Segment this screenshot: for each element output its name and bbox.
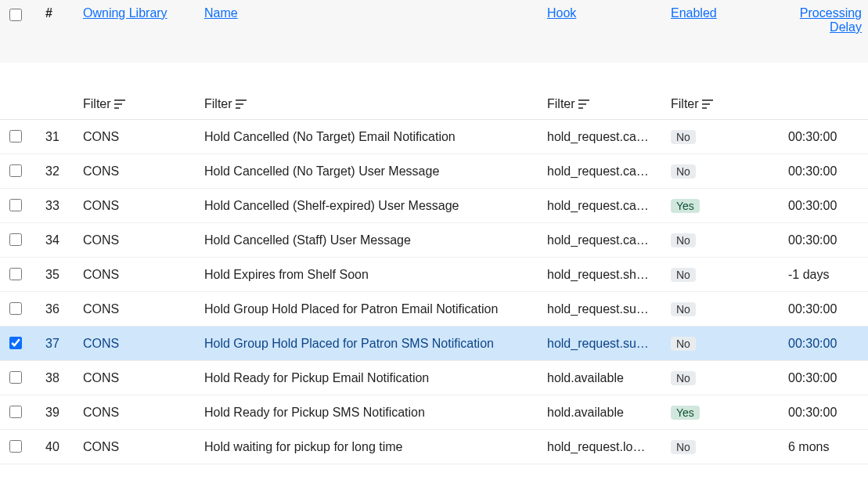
processing-delay-link[interactable]: Processing Delay xyxy=(788,6,862,34)
table-row[interactable]: 38CONSHold Ready for Pickup Email Notifi… xyxy=(0,361,868,395)
column-owning-library[interactable]: Owning Library xyxy=(77,0,198,63)
table-row[interactable]: 31CONSHold Cancelled (No Target) Email N… xyxy=(0,120,868,154)
filter-icon xyxy=(578,99,589,109)
enabled-no-badge: No xyxy=(671,233,696,247)
cell-hook: hold_request.lo… xyxy=(541,430,665,464)
triggers-table: # Owning Library Name Hook Enabled Proce… xyxy=(0,0,868,464)
cell-hook: hold.available xyxy=(541,395,665,430)
row-checkbox[interactable] xyxy=(9,164,22,177)
enabled-no-badge: No xyxy=(671,371,696,385)
filter-icon xyxy=(236,99,247,109)
cell-enabled: No xyxy=(665,292,782,327)
cell-processing-delay: 00:30:00 xyxy=(782,395,868,430)
cell-owning-library: CONS xyxy=(77,223,198,258)
table-row[interactable]: 39CONSHold Ready for Pickup SMS Notifica… xyxy=(0,395,868,430)
enabled-no-badge: No xyxy=(671,337,696,351)
cell-processing-delay: 00:30:00 xyxy=(782,361,868,395)
cell-owning-library: CONS xyxy=(77,292,198,327)
cell-owning-library: CONS xyxy=(77,395,198,430)
column-processing-delay[interactable]: Processing Delay xyxy=(782,0,868,63)
cell-enabled: Yes xyxy=(665,189,782,223)
cell-enabled: No xyxy=(665,258,782,292)
row-checkbox[interactable] xyxy=(9,406,22,418)
owning-library-link[interactable]: Owning Library xyxy=(83,6,167,20)
cell-processing-delay: 6 mons xyxy=(782,430,868,464)
cell-processing-delay: 00:30:00 xyxy=(782,292,868,327)
cell-hook: hold_request.ca… xyxy=(541,189,665,223)
select-all-checkbox[interactable] xyxy=(9,9,22,21)
cell-hook: hold_request.su… xyxy=(541,327,665,361)
row-number: 37 xyxy=(39,327,77,361)
cell-owning-library: CONS xyxy=(77,361,198,395)
row-number: 39 xyxy=(39,395,77,430)
filter-icon xyxy=(702,99,713,109)
cell-name: Hold Cancelled (No Target) User Message xyxy=(198,154,541,189)
cell-processing-delay: -1 days xyxy=(782,258,868,292)
cell-owning-library: CONS xyxy=(77,327,198,361)
row-checkbox[interactable] xyxy=(9,302,22,315)
row-number: 34 xyxy=(39,223,77,258)
row-checkbox[interactable] xyxy=(9,268,22,280)
cell-name: Hold Ready for Pickup Email Notification xyxy=(198,361,541,395)
enabled-no-badge: No xyxy=(671,440,696,454)
hook-link[interactable]: Hook xyxy=(547,6,576,20)
cell-name: Hold Cancelled (No Target) Email Notific… xyxy=(198,120,541,154)
table-row[interactable]: 37CONSHold Group Hold Placed for Patron … xyxy=(0,327,868,361)
row-checkbox[interactable] xyxy=(9,371,22,384)
column-hook[interactable]: Hook xyxy=(541,0,665,63)
column-header-row: # Owning Library Name Hook Enabled Proce… xyxy=(0,0,868,63)
row-checkbox[interactable] xyxy=(9,130,22,143)
column-name[interactable]: Name xyxy=(198,0,541,63)
row-checkbox[interactable] xyxy=(9,199,22,211)
cell-processing-delay: 00:30:00 xyxy=(782,189,868,223)
cell-hook: hold_request.sh… xyxy=(541,258,665,292)
filter-name[interactable]: Filter xyxy=(204,97,247,111)
row-checkbox[interactable] xyxy=(9,337,22,349)
cell-name: Hold Ready for Pickup SMS Notification xyxy=(198,395,541,430)
cell-owning-library: CONS xyxy=(77,189,198,223)
filter-hook[interactable]: Filter xyxy=(547,97,589,111)
table-body: 31CONSHold Cancelled (No Target) Email N… xyxy=(0,120,868,464)
table-row[interactable]: 34CONSHold Cancelled (Staff) User Messag… xyxy=(0,223,868,258)
table-row[interactable]: 40CONSHold waiting for pickup for long t… xyxy=(0,430,868,464)
row-checkbox[interactable] xyxy=(9,233,22,246)
cell-hook: hold_request.ca… xyxy=(541,120,665,154)
cell-name: Hold waiting for pickup for long time xyxy=(198,430,541,464)
cell-name: Hold Cancelled (Staff) User Message xyxy=(198,223,541,258)
cell-enabled: No xyxy=(665,154,782,189)
enabled-yes-badge: Yes xyxy=(671,199,700,213)
row-number: 36 xyxy=(39,292,77,327)
cell-hook: hold_request.su… xyxy=(541,292,665,327)
row-number: 33 xyxy=(39,189,77,223)
cell-name: Hold Expires from Shelf Soon xyxy=(198,258,541,292)
enabled-no-badge: No xyxy=(671,130,696,144)
row-checkbox[interactable] xyxy=(9,440,22,453)
enabled-yes-badge: Yes xyxy=(671,406,700,420)
table-row[interactable]: 35CONSHold Expires from Shelf Soonhold_r… xyxy=(0,258,868,292)
row-number: 38 xyxy=(39,361,77,395)
cell-processing-delay: 00:30:00 xyxy=(782,154,868,189)
cell-hook: hold_request.ca… xyxy=(541,154,665,189)
cell-name: Hold Group Hold Placed for Patron SMS No… xyxy=(198,327,541,361)
name-link[interactable]: Name xyxy=(204,6,238,20)
filter-enabled[interactable]: Filter xyxy=(671,97,713,111)
cell-hook: hold_request.ca… xyxy=(541,223,665,258)
enabled-no-badge: No xyxy=(671,164,696,179)
row-number: 40 xyxy=(39,430,77,464)
cell-owning-library: CONS xyxy=(77,258,198,292)
table-row[interactable]: 32CONSHold Cancelled (No Target) User Me… xyxy=(0,154,868,189)
select-all-header xyxy=(0,0,39,63)
table-row[interactable]: 36CONSHold Group Hold Placed for Patron … xyxy=(0,292,868,327)
enabled-no-badge: No xyxy=(671,268,696,282)
row-number: 35 xyxy=(39,258,77,292)
cell-owning-library: CONS xyxy=(77,430,198,464)
table-row[interactable]: 33CONSHold Cancelled (Shelf-expired) Use… xyxy=(0,189,868,223)
column-row-number[interactable]: # xyxy=(39,0,77,63)
cell-processing-delay: 00:30:00 xyxy=(782,327,868,361)
cell-enabled: No xyxy=(665,120,782,154)
filter-owning-library[interactable]: Filter xyxy=(83,97,125,111)
cell-processing-delay: 00:30:00 xyxy=(782,223,868,258)
enabled-link[interactable]: Enabled xyxy=(671,6,717,20)
column-enabled[interactable]: Enabled xyxy=(665,0,782,63)
cell-processing-delay: 00:30:00 xyxy=(782,120,868,154)
